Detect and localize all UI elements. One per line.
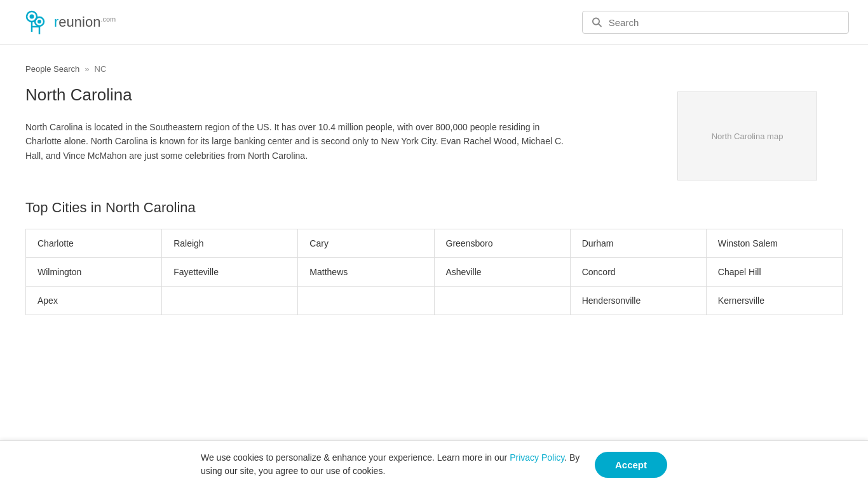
city-link[interactable]: Wilmington	[26, 258, 162, 287]
search-icon	[592, 17, 602, 28]
cities-section: Top Cities in North Carolina CharlotteRa…	[25, 200, 843, 315]
city-link[interactable]: Greensboro	[435, 229, 571, 258]
main-content: People Search » NC North Carolina North …	[0, 45, 868, 334]
city-link[interactable]: Charlotte	[26, 229, 162, 258]
city-link[interactable]: Chapel Hill	[707, 258, 843, 287]
city-link[interactable]: Raleigh	[162, 229, 298, 258]
city-link[interactable]: Concord	[571, 258, 707, 287]
cities-title: Top Cities in North Carolina	[25, 200, 843, 216]
city-link[interactable]: Fayetteville	[162, 258, 298, 287]
logo-icon	[19, 6, 51, 38]
city-link[interactable]: Asheville	[435, 258, 571, 287]
page-title: North Carolina	[25, 85, 652, 105]
city-link[interactable]: Hendersonville	[571, 287, 707, 315]
map-label: North Carolina map	[712, 132, 783, 141]
city-link[interactable]: Apex	[26, 287, 162, 315]
breadcrumb-state: NC	[95, 64, 107, 74]
page-body: North Carolina North Carolina is located…	[25, 85, 843, 180]
svg-line-8	[599, 24, 601, 26]
breadcrumb-people-search[interactable]: People Search	[25, 64, 79, 74]
search-bar[interactable]	[582, 11, 849, 34]
breadcrumb: People Search » NC	[25, 64, 843, 74]
page-right: North Carolina map	[677, 85, 843, 180]
nc-map: North Carolina map	[677, 92, 817, 180]
header: reunion.com	[0, 0, 868, 45]
city-link[interactable]	[162, 287, 298, 315]
cities-grid: CharlotteRaleighCaryGreensboroDurhamWins…	[25, 229, 843, 315]
breadcrumb-separator: »	[85, 64, 89, 74]
logo[interactable]: reunion.com	[19, 6, 116, 38]
city-link[interactable]	[435, 287, 571, 315]
page-description: North Carolina is located in the Southea…	[25, 120, 572, 163]
logo-text: reunion.com	[54, 14, 116, 30]
city-link[interactable]: Durham	[571, 229, 707, 258]
city-link[interactable]: Kernersville	[707, 287, 843, 315]
page-left: North Carolina North Carolina is located…	[25, 85, 652, 180]
city-link[interactable]: Winston Salem	[707, 229, 843, 258]
city-link[interactable]: Cary	[298, 229, 434, 258]
svg-point-5	[30, 15, 34, 19]
svg-point-6	[37, 20, 41, 24]
city-link[interactable]: Matthews	[298, 258, 434, 287]
search-input[interactable]	[609, 17, 839, 28]
city-link[interactable]	[298, 287, 434, 315]
